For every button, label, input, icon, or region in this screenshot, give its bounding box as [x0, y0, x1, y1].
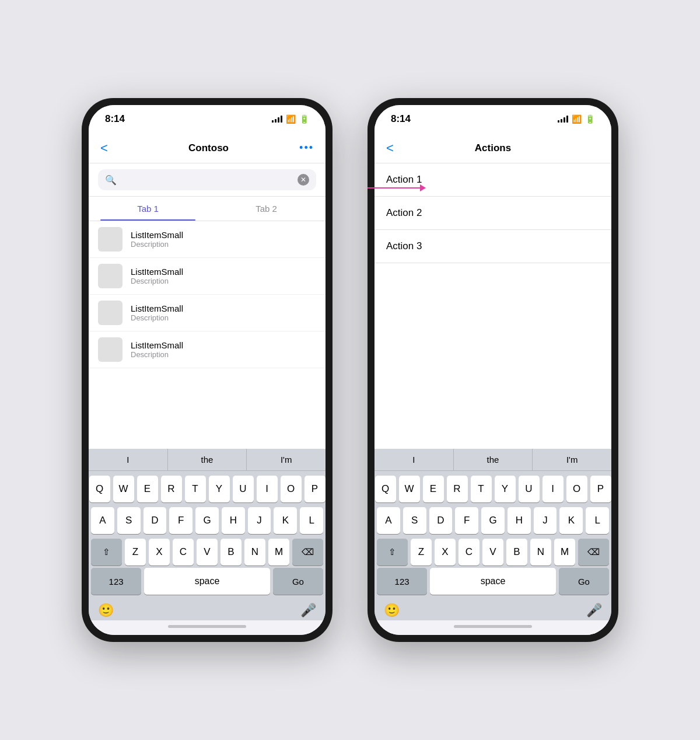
suggestion-im[interactable]: I'm — [247, 449, 326, 470]
right-key-go[interactable]: Go — [559, 568, 609, 595]
right-emoji-icon[interactable]: 🙂 — [384, 603, 400, 618]
right-key-q[interactable]: Q — [375, 476, 396, 502]
key-w[interactable]: W — [113, 476, 134, 502]
right-battery-icon: 🔋 — [585, 114, 595, 124]
action-item-1[interactable]: Action 1 — [374, 163, 611, 197]
key-row-3: ⇧ Z X C V B N M ⌫ — [91, 539, 323, 566]
key-b[interactable]: B — [220, 539, 242, 566]
key-p[interactable]: P — [304, 476, 326, 502]
key-delete[interactable]: ⌫ — [292, 539, 323, 566]
left-phone-screen: 8:14 📶 🔋 < Contoso ••• — [89, 105, 326, 635]
right-keyboard-suggestions: I the I'm — [374, 449, 611, 471]
key-o[interactable]: O — [281, 476, 302, 502]
right-key-l[interactable]: L — [586, 507, 609, 534]
key-go[interactable]: Go — [273, 568, 323, 595]
key-e[interactable]: E — [137, 476, 158, 502]
right-key-m[interactable]: M — [554, 539, 575, 566]
key-k[interactable]: K — [274, 507, 297, 534]
key-u[interactable]: U — [233, 476, 254, 502]
left-more-button[interactable]: ••• — [299, 142, 314, 154]
key-f[interactable]: F — [169, 507, 192, 534]
right-key-delete[interactable]: ⌫ — [578, 539, 609, 566]
right-key-r[interactable]: R — [447, 476, 468, 502]
right-key-n[interactable]: N — [530, 539, 551, 566]
right-key-c[interactable]: C — [459, 539, 480, 566]
right-suggestion-i[interactable]: I — [374, 449, 454, 470]
right-key-o[interactable]: O — [566, 476, 587, 502]
list-item[interactable]: ListItemSmall Description — [89, 258, 326, 295]
right-key-h[interactable]: H — [508, 507, 531, 534]
right-key-j[interactable]: J — [534, 507, 557, 534]
right-suggestion-the[interactable]: the — [454, 449, 533, 470]
left-back-button[interactable]: < — [100, 141, 118, 156]
right-status-bar: 8:14 📶 🔋 — [374, 105, 611, 133]
key-x[interactable]: X — [149, 539, 170, 566]
right-key-u[interactable]: U — [519, 476, 540, 502]
right-suggestion-im[interactable]: I'm — [533, 449, 611, 470]
right-key-k[interactable]: K — [559, 507, 583, 534]
right-key-b[interactable]: B — [506, 539, 527, 566]
right-key-y[interactable]: Y — [495, 476, 516, 502]
right-key-t[interactable]: T — [471, 476, 492, 502]
search-input[interactable] — [121, 174, 293, 185]
key-h[interactable]: H — [222, 507, 245, 534]
key-q[interactable]: Q — [89, 476, 110, 502]
search-input-wrap: 🔍 ✕ — [98, 169, 316, 190]
right-key-s[interactable]: S — [403, 507, 426, 534]
left-keyboard-rows: Q W E R T Y U I O P A S D — [89, 471, 326, 568]
tab-1[interactable]: Tab 1 — [89, 197, 207, 221]
right-key-w[interactable]: W — [399, 476, 420, 502]
right-key-e[interactable]: E — [423, 476, 444, 502]
right-key-space[interactable]: space — [430, 568, 556, 595]
list-item[interactable]: ListItemSmall Description — [89, 295, 326, 331]
key-z[interactable]: Z — [125, 539, 146, 566]
right-keyboard-bottom: 123 space Go — [374, 568, 611, 599]
right-back-button[interactable]: < — [386, 141, 404, 156]
tab-2[interactable]: Tab 2 — [207, 197, 326, 221]
key-r[interactable]: R — [161, 476, 182, 502]
mic-icon[interactable]: 🎤 — [300, 603, 316, 618]
key-c[interactable]: C — [173, 539, 194, 566]
right-key-d[interactable]: D — [429, 507, 453, 534]
right-key-x[interactable]: X — [435, 539, 456, 566]
right-key-g[interactable]: G — [481, 507, 505, 534]
search-clear-button[interactable]: ✕ — [298, 174, 309, 186]
action-item-3[interactable]: Action 3 — [374, 230, 611, 263]
key-i[interactable]: I — [257, 476, 278, 502]
key-m[interactable]: M — [268, 539, 289, 566]
key-row-2: A S D F G H J K L — [91, 507, 323, 534]
right-key-p[interactable]: P — [590, 476, 611, 502]
right-key-shift[interactable]: ⇧ — [377, 539, 408, 566]
key-t[interactable]: T — [185, 476, 206, 502]
key-n[interactable]: N — [244, 539, 265, 566]
right-key-i[interactable]: I — [542, 476, 564, 502]
right-key-v[interactable]: V — [482, 539, 503, 566]
suggestion-the[interactable]: the — [168, 449, 247, 470]
left-status-bar: 8:14 📶 🔋 — [89, 105, 326, 133]
key-j[interactable]: J — [248, 507, 271, 534]
list-item[interactable]: ListItemSmall Description — [89, 221, 326, 258]
key-shift[interactable]: ⇧ — [91, 539, 122, 566]
list-item-title: ListItemSmall — [131, 267, 183, 277]
key-y[interactable]: Y — [209, 476, 230, 502]
key-l[interactable]: L — [300, 507, 323, 534]
list-item-thumbnail — [98, 337, 123, 362]
arrow-line — [368, 187, 420, 189]
wifi-icon: 📶 — [286, 114, 296, 124]
key-s[interactable]: S — [117, 507, 141, 534]
key-v[interactable]: V — [197, 539, 218, 566]
right-key-123[interactable]: 123 — [377, 568, 427, 595]
right-key-f[interactable]: F — [455, 507, 478, 534]
key-g[interactable]: G — [195, 507, 219, 534]
key-d[interactable]: D — [144, 507, 167, 534]
key-space[interactable]: space — [144, 568, 270, 595]
emoji-icon[interactable]: 🙂 — [98, 603, 114, 618]
key-a[interactable]: A — [91, 507, 114, 534]
action-item-2[interactable]: Action 2 — [374, 197, 611, 230]
right-key-z[interactable]: Z — [411, 539, 432, 566]
right-key-a[interactable]: A — [377, 507, 400, 534]
list-item[interactable]: ListItemSmall Description — [89, 331, 326, 368]
right-mic-icon[interactable]: 🎤 — [586, 603, 602, 618]
suggestion-i[interactable]: I — [89, 449, 168, 470]
key-123[interactable]: 123 — [91, 568, 141, 595]
